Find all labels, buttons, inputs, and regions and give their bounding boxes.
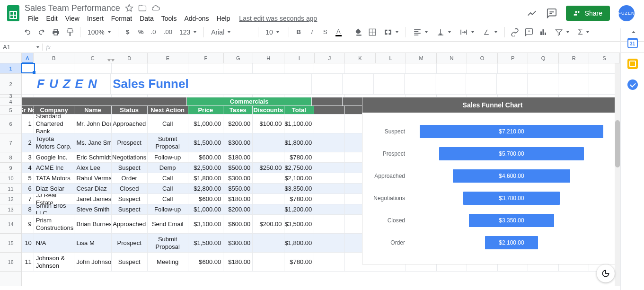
cell[interactable]	[466, 74, 497, 94]
total-cell[interactable]: $3,500.00	[284, 215, 315, 233]
tax-cell[interactable]: $300.00	[223, 133, 253, 152]
col-header-C[interactable]: C	[74, 53, 111, 63]
comments-icon[interactable]	[546, 8, 557, 19]
cell[interactable]	[188, 63, 224, 73]
share-button[interactable]: Share	[566, 6, 610, 21]
col-header-S[interactable]: S	[589, 53, 620, 63]
row-header-11[interactable]: 11	[0, 184, 21, 194]
print-icon[interactable]	[49, 26, 62, 39]
status-cell[interactable]: Prospect	[112, 133, 148, 152]
cell[interactable]	[497, 74, 528, 94]
cell[interactable]	[22, 97, 187, 105]
status-cell[interactable]: Prospect	[112, 234, 148, 252]
menu-tools[interactable]: Tools	[158, 14, 180, 23]
name-cell[interactable]: Alex Lee	[74, 163, 111, 173]
cell[interactable]	[314, 133, 345, 152]
discount-cell[interactable]	[253, 184, 284, 193]
italic-icon[interactable]: I	[306, 26, 318, 39]
select-all-corner[interactable]	[0, 53, 22, 63]
paint-format-icon[interactable]	[63, 26, 77, 39]
fill-color-icon[interactable]	[352, 26, 365, 39]
discount-cell[interactable]: $200.00	[253, 215, 284, 233]
srno-cell[interactable]: 1	[22, 114, 34, 133]
total-cell[interactable]: $780.00	[284, 194, 315, 204]
cell[interactable]	[528, 63, 559, 73]
cell[interactable]	[314, 234, 345, 252]
row-header-7[interactable]: 7	[0, 133, 21, 152]
company-cell[interactable]: JJ Real Estate	[34, 194, 75, 204]
srno-cell[interactable]: 10	[22, 234, 34, 252]
action-cell[interactable]: Call	[148, 173, 188, 183]
action-cell[interactable]: Call	[148, 184, 188, 193]
row-header-9[interactable]: 9	[0, 163, 21, 173]
discount-cell[interactable]	[253, 194, 284, 204]
star-icon[interactable]	[125, 4, 133, 12]
status-cell[interactable]: Approached	[112, 215, 148, 233]
table-header[interactable]: Discounts	[253, 106, 284, 114]
col-header-R[interactable]: R	[559, 53, 590, 63]
account-avatar[interactable]: FUZEN	[618, 5, 635, 21]
action-cell[interactable]: Follow-up	[148, 204, 188, 214]
srno-cell[interactable]: 9	[22, 215, 34, 233]
name-cell[interactable]: Janet James	[74, 194, 111, 204]
cell[interactable]	[284, 63, 315, 73]
status-cell[interactable]: Suspect	[112, 253, 148, 271]
price-cell[interactable]: $600.00	[188, 194, 224, 204]
fontsize-dropdown[interactable]: 10	[262, 26, 285, 38]
total-cell[interactable]: $780.00	[284, 253, 315, 271]
cell[interactable]	[314, 194, 345, 204]
total-cell[interactable]: $3,350.00	[284, 184, 315, 193]
chart-icon[interactable]	[537, 26, 550, 39]
valign-icon[interactable]	[432, 26, 455, 38]
table-header[interactable]: Company	[34, 106, 75, 114]
row-header-1[interactable]: 1	[0, 63, 21, 74]
comment-icon[interactable]	[522, 26, 536, 39]
cell[interactable]	[253, 95, 284, 97]
cell[interactable]	[34, 63, 75, 73]
col-header-D[interactable]: D	[111, 53, 148, 63]
tax-cell[interactable]: $180.00	[223, 194, 253, 204]
srno-cell[interactable]: 11	[22, 253, 34, 271]
action-cell[interactable]: Submit Proposal	[148, 234, 188, 252]
action-cell[interactable]: Call	[148, 114, 188, 133]
price-cell[interactable]: $2,800.00	[188, 184, 224, 193]
cell[interactable]	[375, 63, 406, 73]
tax-cell[interactable]: $180.00	[223, 253, 253, 271]
tax-cell[interactable]: $300.00	[223, 173, 253, 183]
cell[interactable]	[467, 63, 498, 73]
formula-input[interactable]	[54, 44, 644, 51]
menu-view[interactable]: View	[62, 14, 83, 23]
price-cell[interactable]: $1,800.00	[188, 173, 224, 183]
cell[interactable]	[253, 63, 284, 73]
col-header-E[interactable]: E	[148, 53, 188, 63]
tax-cell[interactable]: $300.00	[223, 234, 253, 252]
status-cell[interactable]: Suspect	[112, 163, 148, 173]
zoom-dropdown[interactable]: 100%	[84, 26, 115, 38]
table-header[interactable]: Next Action	[148, 106, 188, 114]
cloud-icon[interactable]	[151, 4, 160, 12]
tax-cell[interactable]: $200.00	[223, 204, 253, 214]
commercials-header[interactable]: Commercials	[187, 97, 312, 105]
cell[interactable]	[34, 95, 75, 97]
menu-addons[interactable]: Add-ons	[181, 14, 212, 23]
name-cell[interactable]: Steve Smith	[74, 204, 111, 214]
cell[interactable]	[112, 95, 148, 97]
cell[interactable]	[284, 95, 315, 97]
row-header-8[interactable]: 8	[0, 152, 21, 163]
col-header-B[interactable]: B	[34, 53, 74, 63]
action-cell[interactable]: Demp	[148, 163, 188, 173]
name-cell[interactable]: Brian Burnes	[74, 215, 111, 233]
col-header-N[interactable]: N	[437, 53, 468, 63]
vertical-scrollbar[interactable]	[615, 63, 620, 286]
discount-cell[interactable]	[253, 133, 284, 152]
action-cell[interactable]: Submit Proposal	[148, 133, 188, 152]
funnel-chart[interactable]: Sales Funnel ChartSuspect$7,210.00Prospe…	[362, 97, 620, 264]
price-cell[interactable]: $2,500.00	[188, 163, 224, 173]
cell[interactable]	[312, 74, 343, 94]
status-cell[interactable]: Order	[112, 173, 148, 183]
sheets-logo[interactable]	[4, 4, 23, 23]
cell[interactable]	[223, 63, 253, 73]
menu-data[interactable]: Data	[136, 14, 157, 23]
action-cell[interactable]: Send Email	[148, 215, 188, 233]
name-cell[interactable]: Lisa M	[74, 234, 111, 252]
